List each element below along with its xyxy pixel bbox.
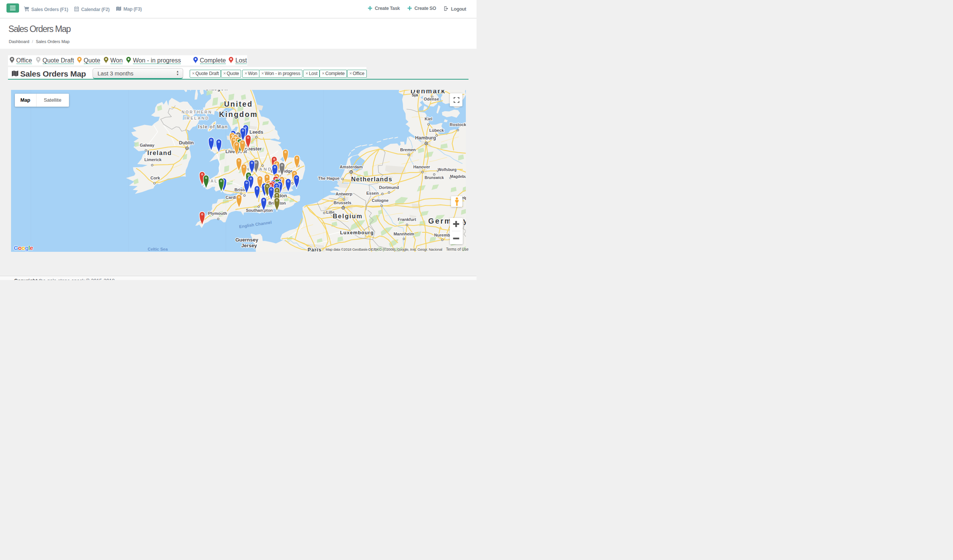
svg-text:Limerick: Limerick: [144, 157, 162, 162]
svg-text:Brunswick: Brunswick: [425, 176, 444, 180]
svg-text:Frankfurt: Frankfurt: [398, 217, 416, 222]
svg-text:Rostock: Rostock: [449, 122, 466, 127]
svg-text:Magdeburg: Magdeburg: [450, 174, 466, 179]
svg-text:Ireland: Ireland: [147, 149, 172, 156]
svg-text:Hamburg: Hamburg: [415, 135, 436, 141]
svg-text:Cork: Cork: [150, 176, 160, 180]
svg-text:Bremen: Bremen: [400, 147, 416, 152]
svg-text:Jersey: Jersey: [241, 243, 257, 248]
svg-text:United: United: [224, 100, 253, 108]
svg-text:Essen: Essen: [366, 191, 379, 195]
svg-text:Antwerp: Antwerp: [336, 192, 352, 196]
svg-text:Dortmund: Dortmund: [379, 185, 399, 190]
svg-text:Sja: Sja: [412, 93, 418, 97]
svg-text:Odense: Odense: [424, 97, 439, 101]
svg-text:Amsterdam: Amsterdam: [340, 165, 363, 169]
svg-text:Galway: Galway: [140, 143, 155, 147]
svg-text:Southampton: Southampton: [246, 208, 273, 213]
svg-text:Mannheim: Mannheim: [393, 232, 414, 236]
svg-text:Leeds: Leeds: [249, 130, 263, 135]
svg-text:Kiel: Kiel: [425, 117, 432, 121]
svg-text:Netherlands: Netherlands: [351, 176, 393, 182]
svg-text:Luxembourg: Luxembourg: [340, 230, 374, 235]
svg-text:Guernsey: Guernsey: [235, 237, 259, 243]
svg-text:Celtic Sea: Celtic Sea: [148, 247, 168, 251]
svg-text:Kingdom: Kingdom: [219, 110, 258, 118]
svg-text:NORTHERN: NORTHERN: [182, 110, 212, 114]
svg-text:Cologne: Cologne: [372, 198, 389, 203]
svg-text:IRELAND: IRELAND: [185, 116, 209, 120]
svg-text:Wolfsburg: Wolfsburg: [438, 168, 456, 172]
svg-text:Paris: Paris: [308, 247, 322, 252]
svg-text:The Hague: The Hague: [318, 176, 339, 181]
svg-text:Lübeck: Lübeck: [429, 128, 444, 133]
svg-text:Belgium: Belgium: [333, 213, 363, 219]
svg-text:Dublin: Dublin: [179, 140, 194, 146]
svg-text:Plymouth: Plymouth: [208, 211, 227, 216]
svg-text:Glasgow: Glasgow: [205, 90, 228, 91]
svg-text:Brussels: Brussels: [334, 200, 351, 205]
svg-text:Isle of Man: Isle of Man: [198, 124, 228, 130]
svg-text:Hanover: Hanover: [413, 165, 430, 169]
